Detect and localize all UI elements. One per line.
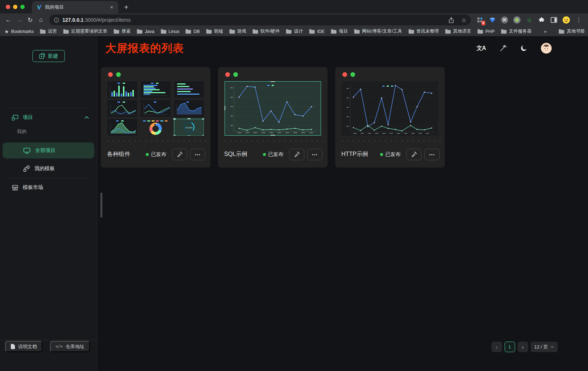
tab-manager-extension-icon[interactable]: 9 bbox=[476, 16, 484, 24]
gem-extension-icon[interactable] bbox=[488, 16, 496, 24]
sidebar-footer-divider bbox=[0, 340, 97, 340]
star-icon: ★ bbox=[4, 29, 9, 34]
sidebar-item-template-market[interactable]: 模板市场 bbox=[0, 181, 97, 194]
mini-bar-chart bbox=[107, 81, 137, 98]
project-card[interactable]: SQL示例 已发布 bbox=[218, 67, 328, 168]
red-dot bbox=[225, 72, 230, 77]
bookmarks-manager-item[interactable]: ★ Bookmarks bbox=[4, 29, 34, 34]
minimize-window-button[interactable] bbox=[13, 5, 17, 9]
more-actions-button[interactable]: ••• bbox=[307, 149, 322, 160]
reload-button[interactable]: ↻ bbox=[25, 15, 36, 25]
close-tab-icon[interactable]: × bbox=[109, 4, 115, 11]
user-avatar[interactable] bbox=[541, 43, 552, 54]
bookmark-folder[interactable]: 搜索 bbox=[114, 28, 131, 34]
next-page-button[interactable]: › bbox=[518, 342, 528, 352]
maximize-window-button[interactable] bbox=[20, 5, 25, 9]
gauge-value: 25.00% bbox=[185, 127, 193, 129]
dark-mode-moon-icon[interactable] bbox=[520, 45, 527, 52]
sidebar-item-all-projects[interactable]: 全部项目 bbox=[3, 143, 94, 158]
bookmark-folder[interactable]: 游戏 bbox=[229, 28, 246, 34]
docs-button[interactable]: 说明文档 bbox=[5, 341, 42, 352]
mini-hbar-chart bbox=[141, 81, 170, 98]
card-footer: SQL示例 已发布 bbox=[218, 142, 328, 168]
bookmark-folder[interactable]: 前端 bbox=[206, 28, 223, 34]
folder-icon bbox=[63, 29, 69, 34]
other-bookmarks-item[interactable]: 其他书签 bbox=[559, 28, 585, 34]
card-window-dots bbox=[335, 67, 445, 77]
bookmark-folder[interactable]: 运营 bbox=[40, 28, 57, 34]
bookmark-folder[interactable]: IDE bbox=[309, 29, 325, 34]
extensions-area: 9 ⌘ ☆ bbox=[474, 16, 585, 24]
bookmark-folder[interactable]: Java bbox=[137, 29, 154, 34]
extension-badge: 9 bbox=[481, 21, 485, 25]
back-button[interactable]: ← bbox=[3, 15, 14, 25]
prev-page-button[interactable]: ‹ bbox=[492, 342, 502, 352]
bookmarks-overflow-button[interactable]: » bbox=[544, 29, 546, 34]
mini-donut-chart bbox=[143, 120, 168, 133]
close-window-button[interactable] bbox=[6, 5, 10, 9]
publish-status: 已发布 bbox=[380, 151, 400, 158]
ellipsis-icon: ••• bbox=[429, 152, 435, 157]
site-info-icon[interactable] bbox=[54, 17, 59, 23]
card-title: HTTP示例 bbox=[341, 151, 377, 158]
card-preview-thumbnail bbox=[342, 81, 438, 136]
bookmark-folder[interactable]: 设计 bbox=[286, 28, 303, 34]
folder-icon bbox=[445, 29, 451, 34]
bookmark-folder[interactable]: 近期需要读的文章 bbox=[63, 28, 107, 34]
profile-avatar-icon[interactable] bbox=[562, 16, 570, 24]
project-card[interactable]: HTTP示例 已发布 bbox=[335, 67, 445, 168]
bookmark-folder[interactable]: 项目 bbox=[331, 28, 348, 34]
bookmark-folder[interactable]: 其他语言 bbox=[445, 28, 471, 34]
pagination: ‹ 1 › 12 / 页 bbox=[492, 342, 558, 352]
magic-wand-icon[interactable] bbox=[499, 45, 507, 52]
project-card[interactable]: 25.00% 各种组件 已发布 bbox=[101, 67, 210, 168]
language-toggle-icon[interactable]: 文A bbox=[476, 45, 486, 52]
mini-area-chart bbox=[174, 100, 204, 117]
edit-project-button[interactable] bbox=[406, 149, 422, 160]
publish-status: 已发布 bbox=[263, 151, 283, 158]
sidebar-item-my-templates[interactable]: 我的模板 bbox=[3, 161, 94, 177]
template-blocks-icon bbox=[23, 165, 30, 172]
browser-tab[interactable]: 我的项目 × bbox=[32, 1, 118, 13]
card-window-dots bbox=[101, 67, 210, 77]
folder-icon bbox=[408, 29, 414, 34]
address-bar[interactable]: 127.0.0.1:3000/#/project/items ☆ bbox=[49, 15, 471, 25]
mini-gauge-chart: 25.00% bbox=[173, 118, 204, 136]
browser-toolbar: ← → ↻ ⌂ 127.0.0.1:3000/#/project/items ☆ bbox=[0, 13, 588, 26]
recorder-extension-icon[interactable] bbox=[513, 16, 521, 24]
bookmark-star-icon[interactable]: ☆ bbox=[459, 15, 469, 25]
repo-button[interactable]: </> 仓库地址 bbox=[50, 341, 90, 352]
scrollbar-thumb[interactable] bbox=[100, 193, 102, 218]
edit-project-button[interactable] bbox=[289, 149, 304, 160]
forward-button[interactable]: → bbox=[14, 15, 25, 25]
bookmark-folder[interactable]: 资讯未整理 bbox=[408, 28, 439, 34]
share-icon[interactable] bbox=[447, 15, 456, 25]
new-tab-button[interactable]: + bbox=[121, 2, 131, 12]
bookmark-folder[interactable]: 文件服务器 bbox=[501, 28, 532, 34]
side-panel-icon[interactable] bbox=[550, 16, 558, 24]
bookmark-folder[interactable]: Linux bbox=[161, 29, 180, 34]
more-actions-button[interactable]: ••• bbox=[190, 149, 205, 160]
folder-icon bbox=[206, 29, 212, 34]
bookmark-folder[interactable]: 网站/博客/文章/工具 bbox=[354, 28, 402, 34]
more-actions-button[interactable]: ••• bbox=[424, 149, 440, 160]
command-extension-icon[interactable]: ⌘ bbox=[501, 16, 509, 24]
home-button[interactable]: ⌂ bbox=[36, 15, 46, 25]
hammer-icon bbox=[411, 151, 417, 157]
chrome-menu-icon[interactable]: ⋮ bbox=[575, 17, 583, 23]
red-dot bbox=[108, 72, 113, 77]
edit-project-button[interactable] bbox=[172, 149, 187, 160]
bookmark-folder[interactable]: 软件/硬件 bbox=[252, 28, 280, 34]
status-dot bbox=[263, 153, 266, 156]
chevron-up-icon[interactable] bbox=[85, 116, 89, 119]
saladict-extension-icon[interactable]: ☆ bbox=[525, 16, 533, 24]
card-title: 各种组件 bbox=[107, 151, 143, 158]
create-project-button[interactable]: 新建 bbox=[32, 50, 65, 62]
bookmark-folder[interactable]: DB bbox=[185, 29, 200, 34]
sidebar-section-project[interactable]: 项目 bbox=[0, 111, 97, 124]
folder-icon bbox=[331, 29, 337, 34]
bookmark-folder[interactable]: PHP bbox=[477, 29, 495, 34]
page-size-select[interactable]: 12 / 页 bbox=[531, 342, 558, 352]
puzzle-extensions-icon[interactable] bbox=[538, 16, 546, 24]
current-page-button[interactable]: 1 bbox=[505, 342, 515, 352]
